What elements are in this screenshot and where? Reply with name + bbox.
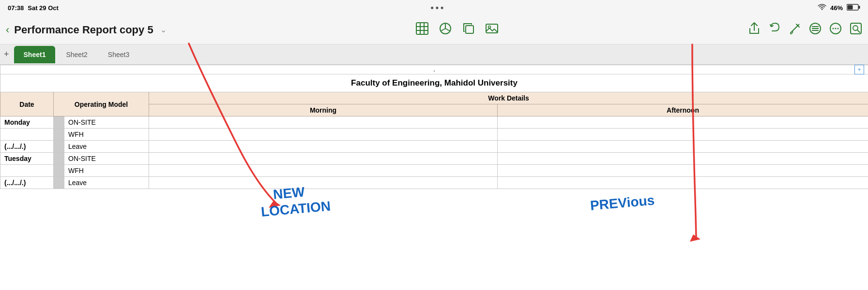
model-cell: ON-SITE bbox=[64, 116, 149, 129]
model-cell: WFH bbox=[64, 129, 149, 141]
date-cell: Monday bbox=[0, 116, 54, 129]
tabs-bar: + Sheet1 Sheet2 Sheet3 bbox=[0, 44, 868, 65]
gray-square bbox=[54, 165, 64, 177]
tab-sheet1[interactable]: Sheet1 bbox=[14, 46, 56, 63]
date-cell: (.../.../.) bbox=[0, 177, 54, 189]
format-icon[interactable] bbox=[809, 22, 822, 38]
table-row: Monday ON-SITE bbox=[0, 116, 868, 129]
sheet-area: . Faculty of Engineering, Mahidol Univer… bbox=[0, 65, 868, 290]
afternoon-cell[interactable] bbox=[498, 116, 868, 129]
afternoon-cell[interactable] bbox=[498, 129, 868, 141]
table-row: (.../.../.) Leave bbox=[0, 141, 868, 153]
header-morning: Morning bbox=[149, 104, 498, 116]
image-icon[interactable] bbox=[485, 22, 499, 38]
header-afternoon: Afternoon bbox=[498, 104, 868, 116]
svg-point-17 bbox=[832, 28, 834, 29]
status-bar: 07:38 Sat 29 Oct ••• 46% bbox=[0, 0, 868, 15]
model-cell: Leave bbox=[64, 177, 149, 189]
status-time: 07:38 bbox=[8, 4, 24, 12]
date-cell: Tuesday bbox=[0, 153, 54, 165]
afternoon-cell[interactable] bbox=[498, 153, 868, 165]
model-cell: WFH bbox=[64, 165, 149, 177]
title-dropdown-icon[interactable]: ⌄ bbox=[160, 25, 167, 34]
battery-icon bbox=[847, 4, 860, 12]
morning-cell[interactable] bbox=[149, 141, 498, 153]
svg-rect-10 bbox=[486, 24, 498, 33]
svg-rect-2 bbox=[848, 5, 853, 9]
title-row: Faculty of Engineering, Mahidol Universi… bbox=[0, 74, 868, 92]
table-row: (.../.../.) Leave bbox=[0, 177, 868, 189]
add-sheet-button[interactable]: + bbox=[4, 49, 9, 59]
battery-level: 46% bbox=[830, 4, 843, 12]
share-icon[interactable] bbox=[748, 22, 761, 38]
toolbar: ‹ Performance Report copy 5 ⌄ bbox=[0, 15, 868, 44]
more-icon[interactable] bbox=[829, 22, 842, 38]
gray-square bbox=[54, 153, 64, 165]
svg-point-18 bbox=[835, 28, 836, 29]
svg-rect-9 bbox=[466, 26, 473, 33]
date-cell: (.../.../.) bbox=[0, 141, 54, 153]
document-title: Performance Report copy 5 bbox=[14, 24, 153, 36]
tab-sheet2[interactable]: Sheet2 bbox=[56, 46, 97, 63]
add-column-button[interactable]: + bbox=[854, 65, 864, 74]
status-date: Sat 29 Oct bbox=[28, 4, 59, 12]
model-cell: Leave bbox=[64, 141, 149, 153]
header-work-details: Work Details bbox=[149, 92, 868, 104]
gray-square bbox=[54, 129, 64, 141]
gray-square bbox=[54, 177, 64, 189]
copy-icon[interactable] bbox=[462, 22, 475, 38]
table-icon[interactable] bbox=[415, 22, 429, 38]
header-operating-model: Operating Model bbox=[54, 92, 149, 116]
view-icon[interactable] bbox=[850, 22, 862, 38]
undo-icon[interactable] bbox=[768, 22, 781, 38]
brush-icon[interactable] bbox=[789, 22, 801, 38]
afternoon-cell[interactable] bbox=[498, 165, 868, 177]
afternoon-cell[interactable] bbox=[498, 177, 868, 189]
spreadsheet-table: . Faculty of Engineering, Mahidol Univer… bbox=[0, 65, 868, 189]
morning-cell[interactable] bbox=[149, 153, 498, 165]
table-row: WFH bbox=[0, 165, 868, 177]
header-date: Date bbox=[0, 92, 54, 116]
gray-square bbox=[54, 141, 64, 153]
dot-row: . bbox=[0, 65, 868, 74]
svg-rect-3 bbox=[416, 23, 428, 34]
header-row-1: Date Operating Model Work Details bbox=[0, 92, 868, 104]
svg-point-19 bbox=[837, 28, 838, 29]
gray-square bbox=[54, 116, 64, 129]
morning-cell[interactable] bbox=[149, 177, 498, 189]
morning-cell[interactable] bbox=[149, 116, 498, 129]
status-dots: ••• bbox=[430, 3, 445, 13]
svg-line-22 bbox=[857, 30, 860, 32]
back-button[interactable]: ‹ bbox=[6, 24, 9, 36]
morning-cell[interactable] bbox=[149, 165, 498, 177]
model-cell: ON-SITE bbox=[64, 153, 149, 165]
university-title: Faculty of Engineering, Mahidol Universi… bbox=[0, 74, 868, 92]
date-cell bbox=[0, 129, 54, 141]
afternoon-cell[interactable] bbox=[498, 141, 868, 153]
table-row: Tuesday ON-SITE bbox=[0, 153, 868, 165]
table-row: WFH bbox=[0, 129, 868, 141]
date-cell bbox=[0, 165, 54, 177]
svg-rect-1 bbox=[859, 6, 860, 9]
wifi-icon bbox=[818, 4, 826, 12]
chart-icon[interactable] bbox=[439, 22, 452, 38]
morning-cell[interactable] bbox=[149, 129, 498, 141]
tab-sheet3[interactable]: Sheet3 bbox=[98, 46, 139, 63]
